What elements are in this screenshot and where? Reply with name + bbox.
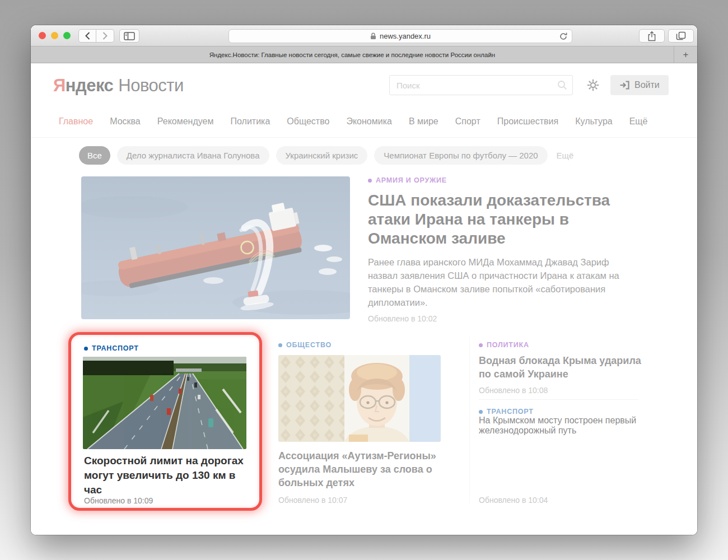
highlighted-card-transport[interactable]: ТРАНСПОРТ xyxy=(68,332,262,511)
logo-rest: ндекс xyxy=(66,76,114,95)
page-content: ЯндексНовости Войти xyxy=(31,63,697,535)
portrait-illustration xyxy=(278,355,441,442)
card-transport-bridge[interactable]: ТРАНСПОРТ На Крымском мосту построен пер… xyxy=(479,408,641,436)
minimize-window-button[interactable] xyxy=(51,32,58,39)
reload-icon xyxy=(559,32,568,41)
card-updated: Обновлено в 10:07 xyxy=(278,496,347,505)
safari-window: news.yandex.ru Яндекс.Новос xyxy=(31,25,697,535)
search-input[interactable] xyxy=(389,75,573,95)
nav-item-rekomenduem[interactable]: Рекомендуем xyxy=(157,116,214,127)
logo-ya: Я xyxy=(53,76,66,95)
card-politics[interactable]: ПОЛИТИКА Водная блокада Крыма ударила по… xyxy=(479,341,641,395)
card-title[interactable]: Скоростной лимит на дорогах могут увелич… xyxy=(84,454,255,497)
chip-golunov[interactable]: Дело журналиста Ивана Голунова xyxy=(117,146,269,165)
card-society[interactable]: ОБЩЕСТВО xyxy=(278,341,446,489)
main-story-category[interactable]: АРМИЯ И ОРУЖИЕ xyxy=(368,176,641,184)
card-title[interactable]: Ассоциация «Аутизм-Регионы» осудила Малы… xyxy=(278,449,441,489)
nav-divider xyxy=(31,137,697,138)
tab-active[interactable]: Яндекс.Новости: Главные новости сегодня,… xyxy=(31,46,674,63)
lock-icon xyxy=(370,32,376,40)
zoom-window-button[interactable] xyxy=(63,32,71,39)
card-image-portrait[interactable] xyxy=(278,355,441,442)
card-category[interactable]: ТРАНСПОРТ xyxy=(84,344,139,352)
share-button[interactable] xyxy=(639,29,665,43)
tabs-icon xyxy=(676,31,686,40)
login-button[interactable]: Войти xyxy=(610,75,669,95)
main-story-updated: Обновлено в 10:02 xyxy=(368,314,437,323)
chips-more-link[interactable]: Ещё xyxy=(557,151,574,160)
main-story-summary: Ранее глава иранского МИДа Мохаммад Джав… xyxy=(368,255,641,309)
main-story-image[interactable] xyxy=(81,176,350,319)
nav-item-sport[interactable]: Спорт xyxy=(455,116,480,127)
category-dot-icon xyxy=(278,343,282,347)
card-title[interactable]: Водная блокада Крыма ударила по самой Ук… xyxy=(479,354,641,381)
nav-item-proisshestviya[interactable]: Происшествия xyxy=(497,116,558,127)
settings-button[interactable] xyxy=(587,79,599,91)
main-story: АРМИЯ И ОРУЖИЕ США показали доказательст… xyxy=(368,176,641,309)
nav-item-ekonomika[interactable]: Экономика xyxy=(346,116,392,127)
sidebar-icon xyxy=(124,32,135,40)
category-dot-icon xyxy=(84,347,88,351)
search-box xyxy=(389,75,573,95)
nav-item-esche[interactable]: Ещё xyxy=(629,116,648,127)
url-text: news.yandex.ru xyxy=(380,32,431,40)
category-dot-icon xyxy=(479,410,483,414)
logo-suffix: Новости xyxy=(118,76,184,95)
card-category[interactable]: ОБЩЕСТВО xyxy=(278,341,446,349)
card-category[interactable]: ТРАНСПОРТ xyxy=(479,408,641,416)
card-updated: Обновлено в 10:04 xyxy=(479,496,548,505)
close-window-button[interactable] xyxy=(39,32,46,39)
search-icon[interactable] xyxy=(557,80,567,90)
card-image-highway[interactable] xyxy=(83,357,246,449)
chevron-left-icon xyxy=(85,32,90,40)
column-divider xyxy=(469,336,470,504)
gear-icon xyxy=(587,79,599,91)
chip-ukraine-crisis[interactable]: Украинский кризис xyxy=(276,146,368,165)
card-updated: Обновлено в 10:08 xyxy=(479,386,641,395)
topic-chips: Все Дело журналиста Ивана Голунова Украи… xyxy=(79,146,573,165)
sidebar-toggle-button[interactable] xyxy=(119,29,139,43)
reload-button[interactable] xyxy=(559,32,568,41)
new-tab-button[interactable]: + xyxy=(674,46,697,63)
nav-item-politika[interactable]: Политика xyxy=(231,116,270,127)
tanker-illustration xyxy=(81,176,350,319)
card-category[interactable]: ПОЛИТИКА xyxy=(479,341,641,349)
chevron-right-icon xyxy=(102,32,108,40)
tab-bar: Яндекс.Новости: Главные новости сегодня,… xyxy=(31,46,697,63)
highway-illustration xyxy=(83,357,246,449)
nav-item-moskva[interactable]: Москва xyxy=(110,116,141,127)
yandex-news-logo[interactable]: ЯндексНовости xyxy=(53,76,184,96)
category-dot-icon xyxy=(479,343,483,347)
nav-item-glavnoe[interactable]: Главное xyxy=(59,116,93,127)
login-icon xyxy=(619,80,630,90)
chip-all[interactable]: Все xyxy=(79,146,110,165)
card-title[interactable]: На Крымском мосту построен первый железн… xyxy=(479,416,641,436)
login-label: Войти xyxy=(634,80,660,90)
nav-item-kultura[interactable]: Культура xyxy=(575,116,613,127)
back-button[interactable] xyxy=(78,29,96,43)
tab-overview-button[interactable] xyxy=(668,29,694,43)
card-updated: Обновлено в 10:09 xyxy=(84,496,153,505)
nav-item-obschestvo[interactable]: Общество xyxy=(287,116,329,127)
nav-item-v-mire[interactable]: В мире xyxy=(409,116,438,127)
article-divider xyxy=(479,399,638,400)
address-bar[interactable]: news.yandex.ru xyxy=(228,29,572,43)
share-icon xyxy=(647,31,656,41)
forward-button[interactable] xyxy=(96,29,114,43)
tab-title: Яндекс.Новости: Главные новости сегодня,… xyxy=(209,52,495,58)
chip-euro-2020[interactable]: Чемпионат Европы по футболу — 2020 xyxy=(374,146,547,165)
main-nav: Главное Москва Рекомендуем Политика Обще… xyxy=(59,116,647,127)
history-nav-group xyxy=(78,29,114,43)
category-dot-icon xyxy=(368,179,372,183)
browser-toolbar: news.yandex.ru xyxy=(31,25,697,46)
main-story-title[interactable]: США показали доказательства атаки Ирана … xyxy=(368,191,641,248)
